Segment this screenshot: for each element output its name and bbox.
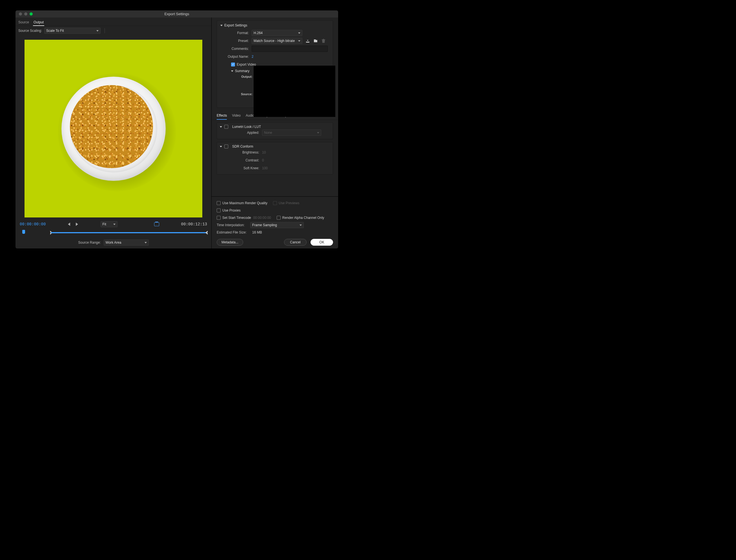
summary-heading: Summary <box>235 69 249 73</box>
zoom-fit-select[interactable]: Fit <box>101 221 117 227</box>
source-range-label: Source Range: <box>78 241 101 245</box>
brightness-value: 10 <box>262 150 266 154</box>
source-scaling-select[interactable]: Scale To Fit <box>44 28 101 34</box>
timecode-out: 00:00:12:13 <box>181 222 207 226</box>
cancel-button[interactable]: Cancel <box>284 239 306 246</box>
contrast-value: 0 <box>262 158 264 162</box>
next-frame-button[interactable] <box>76 223 78 226</box>
format-select[interactable]: H.264 <box>252 30 302 36</box>
save-preset-icon[interactable] <box>305 38 310 43</box>
chevron-down-icon <box>144 242 147 243</box>
redaction-mask <box>253 66 335 117</box>
export-settings-panel: Export Settings Format: H.264 Preset: Ma… <box>217 20 333 108</box>
start-timecode-checkbox[interactable] <box>217 216 221 220</box>
chevron-down-icon <box>113 224 115 225</box>
out-point-handle[interactable] <box>205 231 208 235</box>
export-settings-window: Export Settings Source Output Source Sca… <box>15 10 338 248</box>
close-window-icon[interactable] <box>19 12 22 15</box>
caret-down-icon[interactable] <box>220 25 223 26</box>
chevron-down-icon <box>298 32 300 34</box>
format-label: Format: <box>219 31 252 35</box>
output-name-link[interactable]: 2 <box>252 55 253 59</box>
prev-frame-button[interactable] <box>68 223 70 226</box>
softknee-label: Soft Knee: <box>220 166 262 170</box>
max-render-checkbox[interactable] <box>217 201 221 205</box>
minimize-window-icon[interactable] <box>24 12 27 15</box>
timecode-in[interactable]: 00:00:00:00 <box>20 222 46 226</box>
tab-audio[interactable]: Audio <box>246 114 254 120</box>
est-size-label: Estimated File Size: <box>217 230 246 234</box>
panel-heading: Export Settings <box>224 23 247 27</box>
source-scaling-label: Source Scaling: <box>18 29 42 33</box>
brightness-label: Brightness: <box>220 150 262 154</box>
window-controls <box>19 12 33 15</box>
chevron-down-icon <box>96 30 99 32</box>
ok-button[interactable]: OK <box>310 239 333 246</box>
chevron-down-icon <box>298 40 300 42</box>
video-preview <box>25 40 202 217</box>
start-timecode-value: 00:00:00:00 <box>253 216 271 220</box>
time-interp-label: Time Interpolation: <box>217 223 244 227</box>
time-interp-select[interactable]: Frame Sampling <box>250 222 304 228</box>
use-previews-checkbox <box>273 201 277 205</box>
preview-pane: Source Output Source Scaling: Scale To F… <box>15 17 212 248</box>
sdr-section: SDR Conform Brightness:10 Contrast:0 Sof… <box>217 142 333 175</box>
tab-output[interactable]: Output <box>33 19 44 26</box>
est-size-value: 16 MB <box>252 230 262 234</box>
chevron-down-icon <box>317 132 319 134</box>
titlebar: Export Settings <box>15 10 338 17</box>
tab-video[interactable]: Video <box>232 114 240 120</box>
tab-effects[interactable]: Effects <box>217 114 227 120</box>
timeline-scrubber[interactable] <box>20 230 207 235</box>
export-video-label: Export Video <box>237 63 256 66</box>
softknee-value: 100 <box>262 166 268 170</box>
caret-down-icon[interactable] <box>231 70 233 72</box>
render-options: Use Maximum Render Quality Use Previews … <box>212 196 338 248</box>
chevron-down-icon <box>299 225 302 226</box>
applied-select: None <box>262 130 321 136</box>
render-alpha-checkbox[interactable] <box>277 216 281 220</box>
sdr-enable-checkbox[interactable] <box>224 145 228 148</box>
window-title: Export Settings <box>164 12 189 16</box>
use-proxies-checkbox[interactable] <box>217 208 221 212</box>
preset-select[interactable]: Match Source - High bitrate <box>252 38 302 44</box>
delete-preset-icon <box>321 38 326 43</box>
source-range-select[interactable]: Work Area <box>104 239 149 246</box>
import-preset-icon[interactable] <box>313 38 318 43</box>
safe-margins-icon[interactable] <box>154 222 159 226</box>
zoom-window-icon[interactable] <box>30 12 33 15</box>
applied-label: Applied: <box>220 131 262 135</box>
caret-down-icon[interactable] <box>220 126 222 128</box>
comments-input[interactable] <box>252 46 328 52</box>
lumetri-enable-checkbox[interactable] <box>224 125 228 129</box>
settings-pane: Export Settings Format: H.264 Preset: Ma… <box>212 17 338 248</box>
tab-source[interactable]: Source <box>18 19 30 25</box>
lumetri-section: Lumetri Look / LUT Applied: None <box>217 122 333 139</box>
caret-down-icon[interactable] <box>220 146 222 147</box>
metadata-button[interactable]: Metadata... <box>217 239 243 246</box>
playhead-icon[interactable] <box>22 230 25 234</box>
export-video-checkbox[interactable] <box>231 63 235 66</box>
preset-label: Preset: <box>219 39 252 43</box>
comments-label: Comments: <box>219 47 252 51</box>
contrast-label: Contrast: <box>220 158 262 162</box>
output-name-label: Output Name: <box>219 55 252 59</box>
